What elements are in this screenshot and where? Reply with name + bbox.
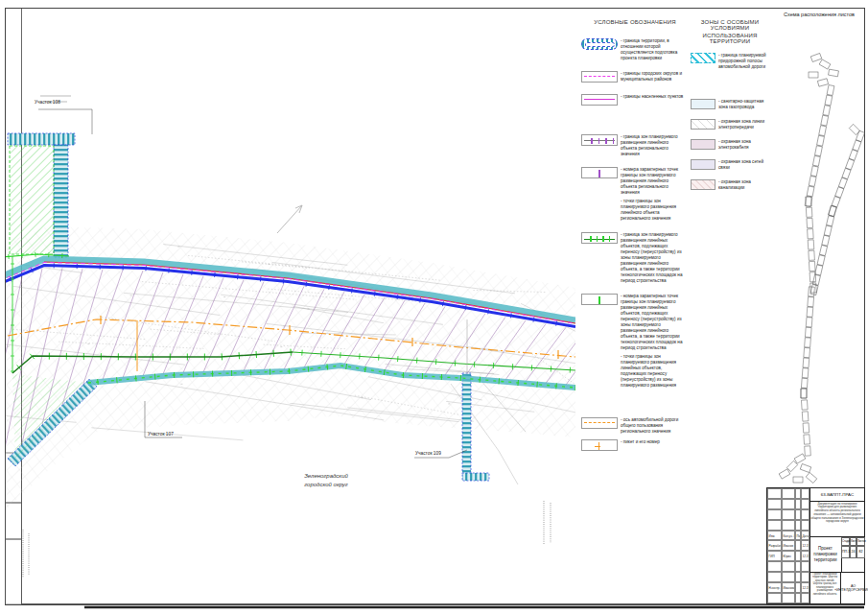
stage-value: ПП-1: [841, 546, 850, 558]
zone-sewer-swatch: [691, 179, 716, 190]
legend-item: - номера характерных точек границы зон п…: [581, 167, 689, 222]
document-description: Документация по планировке территории дл…: [809, 501, 865, 537]
orange-picket-swatch: [581, 439, 618, 451]
legend-item: - граница зон планируемого размещения ли…: [581, 232, 689, 284]
title-block-cell: [767, 593, 782, 603]
legend-item: - граница планируемой придорожной полосы…: [691, 53, 769, 70]
green-point-swatch: [581, 294, 618, 305]
legend-item-label: - граница территории, в отношении которо…: [621, 38, 684, 61]
title-block-cell: [801, 561, 809, 572]
title-block-cell: [767, 520, 782, 531]
title-block-cell: Разработал: [767, 540, 782, 551]
title-block-cell: Иванов: [782, 540, 795, 551]
legend-item-label: - охранная зона канализации: [718, 179, 766, 191]
title-block-cell: [782, 572, 795, 582]
zone-items: - граница планируемой придорожной полосы…: [691, 53, 769, 191]
legend-item-label: - охранная зона сетей связи: [718, 159, 766, 171]
legend-item-label: - охранная зона линии электропередачи: [718, 119, 766, 130]
legend-item: - границы городских округов и муниципаль…: [581, 71, 689, 83]
zones-title-line1: ЗОНЫ С ОСОБЫМИ УСЛОВИЯМИ: [691, 19, 769, 31]
legend-item: - охранная зона сетей связи: [691, 159, 769, 171]
zone-cable-swatch: [691, 139, 716, 150]
magenta-solid-swatch: [581, 94, 618, 106]
title-block-cell: [782, 593, 795, 603]
legend-item-label: - пикет и его номер: [621, 439, 684, 445]
sheet-layout-scheme: [779, 53, 864, 483]
title-block-cell: 12.19: [801, 582, 809, 593]
title-block-cell: [801, 509, 809, 520]
legend-title: УСЛОВНЫЕ ОБОЗНАЧЕНИЯ: [581, 19, 689, 25]
legend-item-label: - номера характерных точек границы зон п…: [621, 167, 684, 222]
document-code: 63-ВАППТ-ПРАС: [809, 488, 865, 502]
plot-label-109: Участок 109: [415, 451, 441, 456]
sheet-number: 24: [850, 546, 856, 558]
scheme-title: Схема расположения листов: [773, 12, 865, 17]
magenta-dash-swatch: [581, 71, 618, 83]
stage-label: Стадия: [841, 537, 850, 546]
legend-item-label: - граница зон планируемого размещения ли…: [621, 134, 684, 157]
title-block-cell: [767, 509, 782, 520]
zone-lep-swatch: [691, 119, 716, 130]
zone-gas-swatch: [691, 99, 716, 109]
legend-item: - пикет и его номер: [581, 439, 689, 451]
legend-item: - охранная зона электрокабеля: [691, 139, 769, 151]
orange-dashdot-swatch: [581, 417, 618, 429]
legend-item-label: - ось автомобильной дороги общего пользо…: [621, 417, 684, 435]
purple-point-swatch: [581, 167, 618, 178]
legend-item-label: - границы населенных пунктов: [621, 94, 684, 100]
title-block: Изм.Кол.уч. ЛистПодп.ДатаРазработалИвано…: [766, 487, 865, 604]
legend-item: - охранная зона канализации: [691, 179, 769, 191]
legend-item-label: - охранная зона электрокабеля: [718, 139, 766, 151]
legend-item-label: - санитарно-защитная зона газопровода: [718, 99, 766, 110]
legend-item: - номера характерных точек границы зон п…: [581, 294, 689, 389]
title-block-right: 63-ВАППТ-ПРАС Документация по планировке…: [809, 488, 865, 603]
title-block-cell: [782, 509, 795, 520]
legend-panel: УСЛОВНЫЕ ОБОЗНАЧЕНИЯ - граница территори…: [581, 19, 689, 451]
title-block-cell: 12.19: [801, 551, 809, 561]
legend-item: - граница территории, в отношении которо…: [581, 38, 689, 61]
legend-items: - граница территории, в отношении которо…: [581, 38, 689, 451]
sheet-label: Лист: [850, 537, 856, 546]
title-block-cell: Юрин: [782, 551, 795, 561]
purple-ticks-swatch: [581, 134, 618, 146]
legend-item-label: - граница планируемой придорожной полосы…: [718, 53, 766, 70]
title-block-cell: [782, 561, 795, 572]
title-block-cell: Иванова: [782, 582, 795, 593]
title-block-cell: [801, 520, 809, 531]
document-title: Проект планировки территории: [809, 537, 842, 572]
zone-comm-swatch: [691, 159, 716, 170]
title-block-signatures: Изм.Кол.уч. ЛистПодп.ДатаРазработалИвано…: [767, 488, 810, 603]
legend-item: - граница зон планируемого размещения ли…: [581, 134, 689, 157]
legend-item: - границы населенных пунктов: [581, 94, 689, 106]
zones-panel: ЗОНЫ С ОСОБЫМИ УСЛОВИЯМИ ИСПОЛЬЗОВАНИЯ Т…: [691, 19, 769, 191]
organization-name: АО «ИНТЕЛДОРСЕРВИС»: [841, 572, 865, 603]
title-block-cell: [801, 572, 809, 582]
legend-item: - санитарно-защитная зона газопровода: [691, 99, 769, 110]
title-block-cell: [767, 572, 782, 582]
title-block-cell: [767, 499, 782, 509]
title-block-cell: ГИП: [767, 551, 782, 561]
drawing-sheet: Участок 108 Участок 107 Участок 109 Зеле…: [0, 0, 868, 614]
plot-label-107: Участок 107: [148, 432, 174, 437]
green-ticks-swatch: [581, 232, 618, 244]
title-block-cell: [767, 488, 782, 499]
district-name: Зеленоградский городской округ: [273, 472, 379, 489]
title-block-cell: [782, 499, 795, 509]
legend-item-label: - границы городских округов и муниципаль…: [621, 71, 684, 83]
teal-ring-swatch: [581, 38, 618, 50]
title-block-cell: 12.19: [801, 540, 809, 551]
legend-item: - ось автомобильной дороги общего пользо…: [581, 417, 689, 435]
title-block-cell: Н.контр.: [767, 582, 782, 593]
title-block-cell: [782, 520, 795, 531]
title-block-cell: Кол.уч. Лист: [782, 531, 795, 541]
title-block-cell: [801, 593, 809, 603]
legend-item: - охранная зона линии электропередачи: [691, 119, 769, 130]
legend-item-label: - граница зон планируемого размещения ли…: [621, 232, 684, 284]
sheets-label: Листов: [856, 537, 865, 546]
zones-title-line2: ИСПОЛЬЗОВАНИЯ ТЕРРИТОРИИ: [691, 33, 769, 44]
title-block-cell: [801, 488, 809, 499]
title-block-cell: [801, 499, 809, 509]
legend-item-label: - номера характерных точек границы зон п…: [621, 294, 684, 389]
plot-label-108: Участок 108: [35, 100, 60, 105]
title-block-middle: Проект планировки территории Стадия Лист…: [809, 537, 865, 573]
